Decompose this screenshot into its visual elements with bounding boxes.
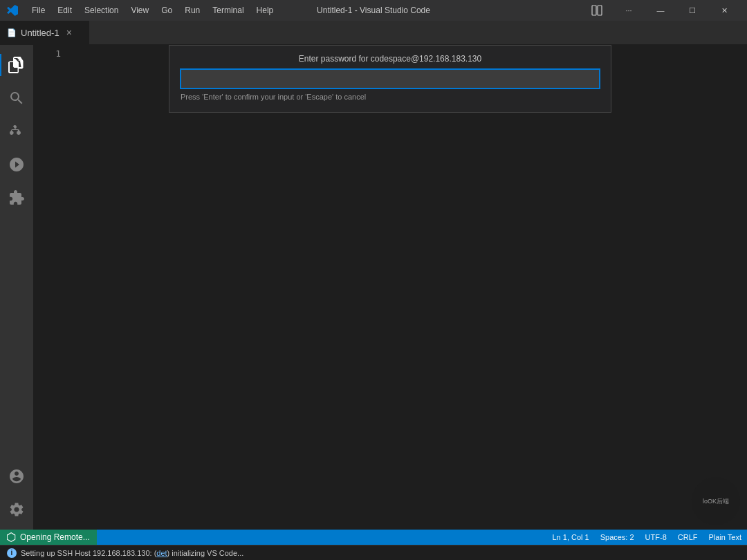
run-debug-activity-icon[interactable] — [0, 148, 33, 181]
close-button[interactable]: ✕ — [708, 0, 740, 21]
menu-selection[interactable]: Selection — [79, 4, 124, 17]
dialog-title: Enter password for codespace@192.168.183… — [181, 54, 600, 64]
status-bar-right: Ln 1, Col 1 Spaces: 2 UTF-8 CRLF Plain T… — [546, 530, 747, 545]
maximize-button[interactable]: ☐ — [676, 0, 708, 21]
watermark-overlay: loOK后端 — [692, 477, 740, 525]
tab-untitled-1[interactable]: 📄 Untitled-1 × — [0, 21, 90, 44]
title-bar-right: ··· — ☐ ✕ — [581, 0, 740, 21]
line-ending-indicator[interactable]: CRLF — [672, 530, 703, 545]
svg-rect-0 — [592, 6, 596, 15]
window-title: Untitled-1 - Visual Studio Code — [317, 6, 430, 15]
status-bar: Opening Remote... Ln 1, Col 1 Spaces: 2 … — [0, 530, 747, 545]
activity-bar-bottom — [0, 460, 33, 530]
title-bar: File Edit Selection View Go Run Terminal… — [0, 0, 747, 21]
tab-bar: 📄 Untitled-1 × — [0, 21, 747, 45]
language-indicator[interactable]: Plain Text — [703, 530, 748, 545]
dialog-box: Enter password for codespace@192.168.183… — [169, 45, 611, 113]
menu-run[interactable]: Run — [179, 4, 205, 17]
status-bar-left: Opening Remote... — [0, 530, 97, 545]
source-control-activity-icon[interactable] — [0, 115, 33, 148]
remote-label: Opening Remote... — [20, 532, 90, 542]
notification-link[interactable]: det — [156, 549, 167, 557]
menu-bar: File Edit Selection View Go Run Terminal… — [26, 4, 279, 17]
cursor-position[interactable]: Ln 1, Col 1 — [546, 530, 594, 545]
editor-area[interactable]: 1 Enter password for codespace@192.168.1… — [33, 45, 747, 530]
notification-text: Setting up SSH Host 192.168.183.130: (de… — [21, 549, 243, 557]
menu-file[interactable]: File — [26, 4, 50, 17]
menu-terminal[interactable]: Terminal — [207, 4, 249, 17]
minimize-button[interactable]: — — [645, 0, 676, 21]
extensions-activity-icon[interactable] — [0, 181, 33, 214]
activity-bar — [0, 45, 33, 530]
main-layout: 1 Enter password for codespace@192.168.1… — [0, 45, 747, 530]
remote-indicator[interactable]: Opening Remote... — [0, 530, 97, 545]
notification-bar: i Setting up SSH Host 192.168.183.130: (… — [0, 545, 747, 560]
title-bar-left: File Edit Selection View Go Run Terminal… — [7, 4, 279, 17]
tab-label: Untitled-1 — [21, 28, 59, 38]
vscode-icon — [7, 5, 18, 16]
info-icon: i — [7, 548, 17, 558]
file-icon: 📄 — [7, 28, 17, 37]
watermark-inner: loOK后端 — [692, 477, 740, 525]
encoding-indicator[interactable]: UTF-8 — [640, 530, 672, 545]
account-activity-icon[interactable] — [0, 460, 33, 493]
explorer-activity-icon[interactable] — [0, 48, 33, 82]
menu-help[interactable]: Help — [251, 4, 279, 17]
password-dialog: Enter password for codespace@192.168.183… — [33, 45, 747, 113]
more-actions-button[interactable]: ··· — [613, 0, 645, 21]
tab-close-button[interactable]: × — [66, 27, 72, 38]
settings-activity-icon[interactable] — [0, 493, 33, 526]
menu-edit[interactable]: Edit — [52, 4, 77, 17]
password-input[interactable] — [181, 69, 600, 88]
notification-content: i Setting up SSH Host 192.168.183.130: (… — [7, 548, 243, 558]
split-editor-button[interactable] — [581, 0, 613, 21]
menu-view[interactable]: View — [125, 4, 154, 17]
menu-go[interactable]: Go — [156, 4, 178, 17]
svg-rect-1 — [598, 6, 602, 15]
search-activity-icon[interactable] — [0, 82, 33, 115]
dialog-hint: Press 'Enter' to confirm your input or '… — [181, 93, 600, 101]
spaces-indicator[interactable]: Spaces: 2 — [595, 530, 640, 545]
